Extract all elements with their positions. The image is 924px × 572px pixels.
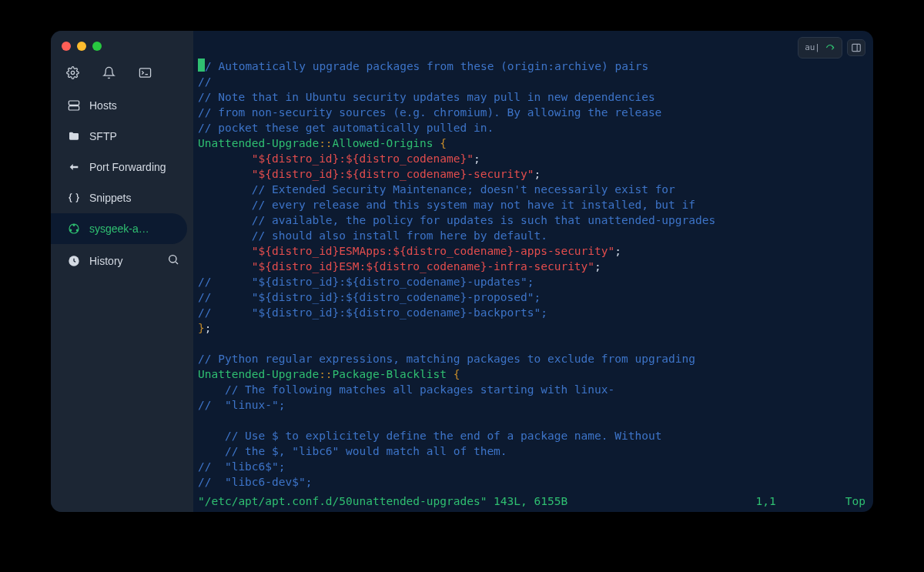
sidebar: Hosts SFTP Port Forwarding Snippets sysg… — [51, 31, 193, 512]
share-arrow-icon — [825, 42, 835, 53]
ubuntu-icon — [68, 222, 80, 235]
code-line: "${distro_id}ESM:${distro_codename}-infr… — [198, 259, 873, 274]
terminal-pane[interactable]: au| / Automatically upgrade packages fro… — [193, 31, 873, 512]
app-window: Hosts SFTP Port Forwarding Snippets sysg… — [51, 31, 873, 512]
close-window-button[interactable] — [62, 42, 71, 51]
sidebar-item-label: SFTP — [89, 130, 179, 142]
code-line: "${distro_id}:${distro_codename}"; — [198, 151, 873, 166]
panel-layout-button[interactable] — [847, 39, 865, 56]
bell-icon[interactable] — [102, 66, 116, 82]
forward-icon — [68, 161, 80, 173]
settings-icon[interactable] — [66, 66, 79, 82]
code-line: // "linux-"; — [198, 397, 873, 413]
braces-icon — [68, 192, 80, 204]
sidebar-item-sftp[interactable]: SFTP — [51, 121, 193, 152]
tab-pill[interactable]: au| — [798, 37, 842, 59]
svg-point-9 — [76, 229, 78, 231]
code-line: // available, the policy for updates is … — [198, 212, 873, 228]
svg-rect-13 — [852, 44, 861, 51]
code-line: // Use $ to explicitely define the end o… — [198, 428, 873, 443]
code-line: // Note that in Ubuntu security updates … — [198, 89, 873, 105]
code-line: // from non-security sources (e.g. chrom… — [198, 105, 873, 120]
sidebar-item-snippets[interactable]: Snippets — [51, 182, 193, 213]
folder-icon — [68, 130, 80, 142]
sidebar-item-label: History — [89, 255, 158, 267]
code-line: // Extended Security Maintenance; doesn'… — [198, 182, 873, 197]
code-line: Unattended-Upgrade::Allowed-Origins { — [198, 135, 873, 151]
code-line — [198, 413, 873, 428]
code-line: }; — [198, 320, 873, 336]
zoom-window-button[interactable] — [92, 42, 102, 51]
sidebar-item-history[interactable]: History — [51, 244, 193, 277]
svg-line-12 — [176, 262, 178, 264]
code-line: Unattended-Upgrade::Package-Blacklist { — [198, 366, 873, 382]
status-bar: "/etc/apt/apt.conf.d/50unattended-upgrad… — [198, 493, 865, 509]
code-line: // "libc6-dev$"; — [198, 474, 873, 490]
code-line: // "${distro_id}:${distro_codename}-upda… — [198, 274, 873, 289]
svg-point-0 — [71, 71, 74, 74]
sidebar-item-port-forwarding[interactable]: Port Forwarding — [51, 152, 193, 182]
code-line: // the $, "libc6" would match all of the… — [198, 443, 873, 459]
sidebar-item-label: Snippets — [89, 192, 179, 204]
search-icon[interactable] — [167, 253, 179, 268]
code-line: // pocket these get automatically pulled… — [198, 120, 873, 135]
status-position: 1,1 — [756, 493, 776, 509]
code-line: // "libc6$"; — [198, 459, 873, 474]
top-right-controls: au| — [798, 37, 865, 59]
code-line: // The following matches all packages st… — [198, 382, 873, 397]
svg-point-8 — [70, 229, 72, 231]
code-line — [198, 336, 873, 351]
panel-icon — [851, 42, 862, 53]
sidebar-item-hosts[interactable]: Hosts — [51, 90, 193, 121]
code-line: / Automatically upgrade packages from th… — [198, 59, 873, 74]
clock-icon — [68, 255, 80, 267]
status-file: "/etc/apt/apt.conf.d/50unattended-upgrad… — [198, 493, 567, 509]
code-line: // "${distro_id}:${distro_codename}-prop… — [198, 289, 873, 305]
code-line: "${distro_id}:${distro_codename}-securit… — [198, 166, 873, 182]
minimize-window-button[interactable] — [77, 42, 86, 51]
tab-pill-label: au| — [805, 40, 820, 55]
code-area[interactable]: / Automatically upgrade packages from th… — [198, 59, 873, 495]
sidebar-item-label: Port Forwarding — [89, 161, 179, 173]
server-icon — [68, 99, 80, 112]
code-line: // Python regular expressions, matching … — [198, 351, 873, 366]
sidebar-item-label: sysgeek-a… — [89, 222, 173, 235]
status-scroll: Top — [845, 493, 865, 509]
code-line: // — [198, 74, 873, 89]
svg-rect-1 — [139, 69, 150, 77]
terminal-small-icon[interactable] — [139, 66, 152, 82]
svg-point-7 — [73, 224, 75, 226]
svg-rect-3 — [69, 106, 79, 110]
code-line: // should also install from here by defa… — [198, 228, 873, 243]
traffic-lights — [51, 38, 193, 63]
svg-point-11 — [169, 256, 176, 263]
code-line: // "${distro_id}:${distro_codename}-back… — [198, 305, 873, 320]
code-line: // every release and this system may not… — [198, 197, 873, 212]
cursor — [198, 59, 205, 72]
sidebar-item-label: Hosts — [89, 99, 179, 112]
sidebar-item-active-host[interactable]: sysgeek-a… — [51, 213, 187, 244]
code-line: "${distro_id}ESMApps:${distro_codename}-… — [198, 243, 873, 259]
svg-rect-2 — [69, 101, 79, 105]
